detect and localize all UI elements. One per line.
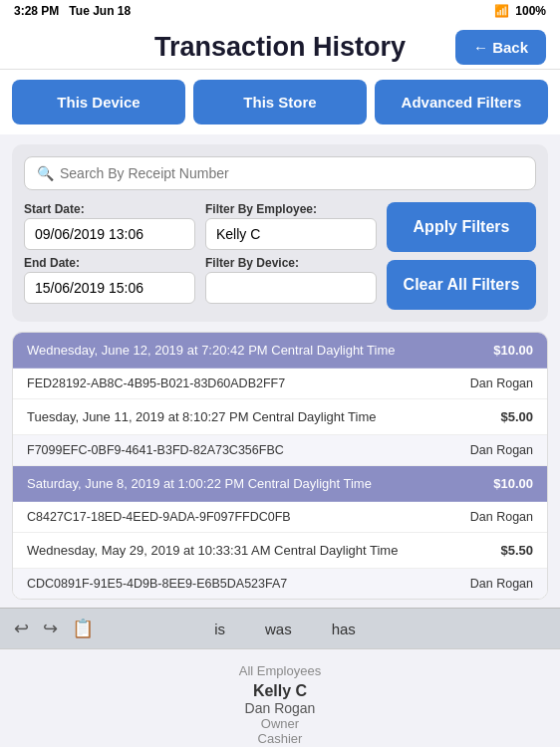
employee-option-dan-role: Owner xyxy=(14,716,546,731)
tx-user: Dan Rogan xyxy=(470,577,533,591)
tx-amount: $10.00 xyxy=(493,343,533,358)
tx-user: Dan Rogan xyxy=(470,443,533,457)
table-row[interactable]: Saturday, June 8, 2019 at 1:00:22 PM Cen… xyxy=(13,466,547,502)
tx-id: CDC0891F-91E5-4D9B-8EE9-E6B5DA523FA7 xyxy=(27,577,287,591)
keyboard-tools: ↩ ↪ 📋 xyxy=(14,618,94,639)
tx-user: Dan Rogan xyxy=(470,376,533,390)
search-icon: 🔍 xyxy=(37,165,54,181)
suggestion-words: is was has xyxy=(214,621,356,637)
employee-dropdown: All Employees Kelly C Dan Rogan Owner Ca… xyxy=(0,648,560,747)
tab-advanced-filters[interactable]: Advanced Filters xyxy=(375,80,548,124)
device-filter-label: Filter By Device: xyxy=(205,256,377,270)
device-filter-input[interactable] xyxy=(205,272,377,304)
end-date-label: End Date: xyxy=(24,256,195,270)
tx-amount: $5.50 xyxy=(500,543,533,558)
tx-amount: $10.00 xyxy=(493,476,533,491)
keyboard-suggestion-bar: ↩ ↪ 📋 is was has xyxy=(0,608,560,648)
tab-this-device[interactable]: This Device xyxy=(12,80,185,124)
employee-option-cashier[interactable]: Cashier xyxy=(14,731,546,746)
status-time: 3:28 PM Tue Jun 18 xyxy=(14,4,131,18)
search-box: 🔍 xyxy=(24,156,536,190)
employee-option-dan[interactable]: Dan Rogan xyxy=(14,700,546,716)
clear-all-filters-button[interactable]: Clear All Filters xyxy=(387,260,536,310)
all-employees-label: All Employees xyxy=(14,663,546,678)
list-item: C8427C17-18ED-4EED-9ADA-9F097FFDC0FB Dan… xyxy=(13,502,547,533)
back-button[interactable]: ← Back xyxy=(455,30,546,65)
tx-id: FED28192-AB8C-4B95-B021-83D60ADB2FF7 xyxy=(27,376,285,390)
filter-panel: 🔍 Start Date: End Date: Filter By Employ… xyxy=(12,144,548,322)
start-date-group: Start Date: xyxy=(24,202,195,250)
tx-date: Wednesday, June 12, 2019 at 7:20:42 PM C… xyxy=(27,343,396,358)
end-date-input[interactable] xyxy=(24,272,195,304)
employee-filter-input[interactable] xyxy=(205,218,377,250)
status-bar: 3:28 PM Tue Jun 18 📶 100% xyxy=(0,0,560,22)
search-input[interactable] xyxy=(60,165,523,181)
device-filter-group: Filter By Device: xyxy=(205,256,377,304)
page-title: Transaction History xyxy=(121,32,439,63)
undo-icon[interactable]: ↩ xyxy=(14,618,29,639)
tx-date: Wednesday, May 29, 2019 at 10:33:31 AM C… xyxy=(27,543,398,558)
tab-this-store[interactable]: This Store xyxy=(193,80,367,124)
suggestion-word-3[interactable]: has xyxy=(332,621,356,637)
apply-filters-button[interactable]: Apply Filters xyxy=(387,202,536,252)
table-row[interactable]: Wednesday, May 29, 2019 at 10:33:31 AM C… xyxy=(13,533,547,569)
start-date-label: Start Date: xyxy=(24,202,195,216)
tx-date: Tuesday, June 11, 2019 at 8:10:27 PM Cen… xyxy=(27,409,376,424)
table-row[interactable]: Tuesday, June 11, 2019 at 8:10:27 PM Cen… xyxy=(13,399,547,435)
header: Transaction History ← Back xyxy=(0,22,560,70)
list-item: CDC0891F-91E5-4D9B-8EE9-E6B5DA523FA7 Dan… xyxy=(13,569,547,599)
redo-icon[interactable]: ↪ xyxy=(43,618,58,639)
suggestion-word-1[interactable]: is xyxy=(214,621,225,637)
transaction-list: Wednesday, June 12, 2019 at 7:20:42 PM C… xyxy=(12,332,548,600)
employee-option-kelly[interactable]: Kelly C xyxy=(14,682,546,700)
list-item: F7099EFC-0BF9-4641-B3FD-82A73C356FBC Dan… xyxy=(13,435,547,466)
tx-id: C8427C17-18ED-4EED-9ADA-9F097FFDC0FB xyxy=(27,510,291,524)
paste-icon[interactable]: 📋 xyxy=(72,618,94,639)
battery-icon: 100% xyxy=(515,4,546,18)
tx-id: F7099EFC-0BF9-4641-B3FD-82A73C356FBC xyxy=(27,443,284,457)
start-date-input[interactable] xyxy=(24,218,195,250)
tx-user: Dan Rogan xyxy=(470,510,533,524)
employee-filter-label: Filter By Employee: xyxy=(205,202,377,216)
employee-filter-group: Filter By Employee: xyxy=(205,202,377,250)
tab-row: This Device This Store Advanced Filters xyxy=(0,70,560,134)
wifi-icon: 📶 xyxy=(494,4,509,18)
table-row[interactable]: Wednesday, June 12, 2019 at 7:20:42 PM C… xyxy=(13,333,547,369)
status-indicators: 📶 100% xyxy=(494,4,546,18)
end-date-group: End Date: xyxy=(24,256,195,304)
tx-date: Saturday, June 8, 2019 at 1:00:22 PM Cen… xyxy=(27,476,372,491)
list-item: FED28192-AB8C-4B95-B021-83D60ADB2FF7 Dan… xyxy=(13,369,547,399)
tx-amount: $5.00 xyxy=(500,409,533,424)
suggestion-word-2[interactable]: was xyxy=(265,621,292,637)
